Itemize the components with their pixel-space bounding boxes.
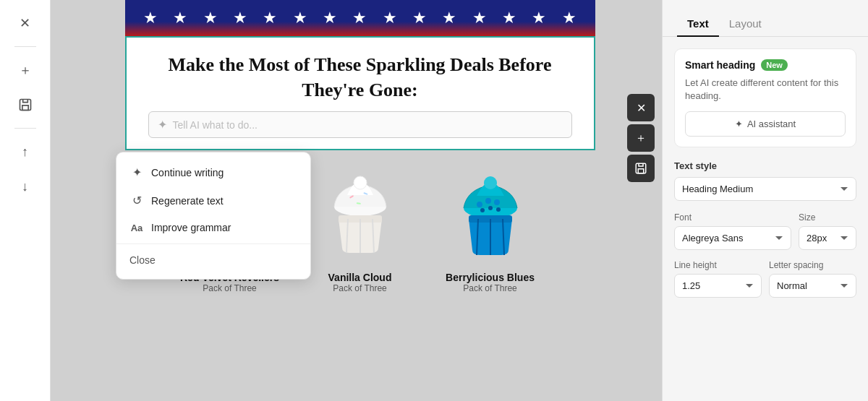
ai-input-placeholder: Tell AI what to do... — [173, 119, 258, 131]
up-arrow-sidebar-icon[interactable]: ↑ — [11, 137, 40, 166]
continue-writing-icon: ✦ — [129, 165, 144, 179]
continue-writing-label: Continue writing — [151, 167, 224, 178]
smart-heading-card: Smart heading New Let AI create differen… — [674, 48, 856, 147]
line-spacing-row: Line height 1.25 1.0 1.5 2.0 Letter spac… — [674, 260, 856, 298]
close-dropdown-item[interactable]: Close — [116, 247, 310, 273]
ai-dropdown-menu: ✦ Continue writing ↺ Regenerate text Aa … — [116, 152, 311, 280]
cupcake-img-berry — [447, 165, 534, 266]
tab-text[interactable]: Text — [677, 12, 719, 37]
cupcake-item-berry: Berrylicious Blues Pack of Three — [436, 165, 545, 293]
smart-heading-title: Smart heading — [685, 59, 755, 71]
size-label: Size — [799, 212, 856, 223]
regenerate-icon: ↺ — [129, 194, 144, 207]
svg-point-23 — [488, 206, 493, 210]
down-arrow-sidebar-icon[interactable]: ↓ — [11, 172, 40, 201]
cupcake-sub-berry: Pack of Three — [463, 283, 516, 293]
canvas-content: ★ ★ ★ ★ ★ ★ ★ ★ ★ ★ ★ ★ ★ ★ ★ Make the M… — [58, 0, 662, 401]
heading-text: Make the Most of These Sparkling Deals B… — [148, 52, 572, 103]
font-group: Font Alegreya Sans Arial Georgia — [674, 212, 791, 250]
cupcake-name-vanilla: Vanilla Cloud — [328, 272, 392, 283]
block-delete-button[interactable]: ✕ — [627, 94, 655, 121]
line-height-select[interactable]: 1.25 1.0 1.5 2.0 — [674, 274, 762, 298]
block-save-button[interactable] — [627, 155, 655, 182]
svg-point-20 — [494, 199, 500, 205]
block-controls: ✕ ＋ — [627, 94, 655, 182]
ai-assistant-button[interactable]: ✦ AI assistant — [685, 111, 846, 137]
ai-star-icon: ✦ — [158, 118, 167, 131]
font-label: Font — [674, 212, 791, 223]
panel-content: Smart heading New Let AI create differen… — [663, 37, 868, 309]
cupcake-sub-vanilla: Pack of Three — [333, 283, 386, 293]
line-height-group: Line height 1.25 1.0 1.5 2.0 — [674, 260, 762, 298]
font-size-row: Font Alegreya Sans Arial Georgia Size 28… — [674, 212, 856, 250]
ai-assistant-label: AI assistant — [747, 118, 796, 129]
regenerate-text-item[interactable]: ↺ Regenerate text — [116, 186, 310, 215]
line-height-label: Line height — [674, 260, 762, 270]
new-badge: New — [761, 59, 788, 71]
ai-wand-icon: ✦ — [735, 118, 743, 129]
improve-grammar-label: Improve grammar — [151, 222, 231, 233]
smart-heading-desc: Let AI create different content for this… — [685, 77, 846, 103]
svg-point-22 — [496, 207, 501, 212]
patriotic-banner: ★ ★ ★ ★ ★ ★ ★ ★ ★ ★ ★ ★ ★ ★ ★ — [125, 0, 595, 36]
cupcake-sub-red: Pack of Three — [203, 283, 256, 293]
svg-point-17 — [484, 176, 497, 189]
svg-point-8 — [354, 176, 367, 189]
improve-grammar-item[interactable]: Aa Improve grammar — [116, 215, 310, 241]
letter-spacing-select[interactable]: Normal Tight Wide — [769, 274, 856, 298]
canvas-area: ★ ★ ★ ★ ★ ★ ★ ★ ★ ★ ★ ★ ★ ★ ★ Make the M… — [51, 0, 662, 401]
delete-sidebar-icon[interactable]: ✕ — [11, 9, 40, 38]
sidebar-divider-2 — [14, 128, 36, 129]
text-style-label: Text style — [674, 160, 856, 171]
panel-tabs: Text Layout — [663, 0, 868, 37]
letter-spacing-group: Letter spacing Normal Tight Wide — [769, 260, 856, 298]
regenerate-text-label: Regenerate text — [151, 195, 224, 207]
continue-writing-item[interactable]: ✦ Continue writing — [116, 158, 310, 186]
cupcake-item-vanilla: Vanilla Cloud Pack of Three — [306, 165, 414, 293]
cupcake-name-berry: Berrylicious Blues — [446, 272, 535, 283]
right-panel: Text Layout Smart heading New Let AI cre… — [662, 0, 868, 401]
sidebar-divider-1 — [14, 46, 36, 47]
left-sidebar: ✕ ＋ ↑ ↓ — [0, 0, 51, 401]
text-style-section: Text style Heading Medium Heading Large … — [674, 160, 856, 201]
size-group: Size 28px 16px 20px 24px 32px — [799, 212, 856, 250]
font-select[interactable]: Alegreya Sans Arial Georgia — [674, 226, 791, 250]
size-select[interactable]: 28px 16px 20px 24px 32px — [799, 226, 856, 250]
block-add-button[interactable]: ＋ — [627, 124, 655, 152]
save-sidebar-icon[interactable] — [11, 90, 40, 119]
svg-point-18 — [477, 202, 482, 207]
add-sidebar-icon[interactable]: ＋ — [11, 56, 40, 85]
heading-block[interactable]: Make the Most of These Sparkling Deals B… — [125, 36, 595, 150]
letter-spacing-label: Letter spacing — [769, 260, 856, 270]
tab-layout[interactable]: Layout — [719, 12, 772, 37]
smart-heading-header: Smart heading New — [685, 59, 846, 71]
cupcake-img-vanilla — [317, 165, 404, 266]
ai-input-bar[interactable]: ✦ Tell AI what to do... — [148, 111, 572, 138]
svg-point-19 — [485, 198, 491, 204]
grammar-icon: Aa — [129, 223, 144, 233]
dropdown-divider — [116, 243, 310, 244]
text-style-select[interactable]: Heading Medium Heading Large Heading Sma… — [674, 177, 856, 201]
svg-point-21 — [480, 208, 485, 212]
